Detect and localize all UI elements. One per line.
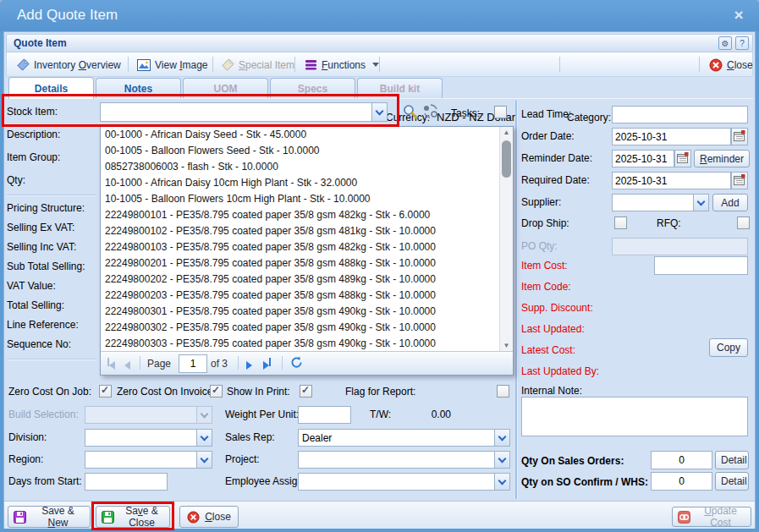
- pager-last-button[interactable]: [263, 358, 275, 368]
- region-combo[interactable]: [85, 451, 212, 469]
- page-of-label: of 3: [211, 358, 228, 370]
- item-cost-label: Item Cost:: [521, 260, 568, 271]
- qty-sales-orders-input[interactable]: [651, 451, 712, 469]
- save-and-new-button[interactable]: Save & New: [8, 506, 91, 528]
- employee-assigned-combo[interactable]: [298, 473, 510, 491]
- list-item[interactable]: 22249800101 - PE35/8.795 coated paper 35…: [101, 207, 499, 223]
- qty-so-confirm-input[interactable]: [651, 472, 712, 491]
- rfq-checkbox[interactable]: [737, 217, 750, 229]
- zero-cost-invoice-checkbox[interactable]: [210, 385, 223, 398]
- lead-time-input[interactable]: [612, 106, 748, 123]
- order-date-label: Order Date:: [521, 130, 575, 142]
- order-date-input[interactable]: [612, 128, 731, 145]
- combo-dropdown-button[interactable]: [371, 103, 387, 121]
- list-item[interactable]: 10-1005 - Balloon Flowers 10cm High Plan…: [101, 191, 499, 207]
- internal-note-textarea[interactable]: [521, 397, 748, 436]
- field-label: Stock Item:: [7, 101, 98, 123]
- inventory-overview-button[interactable]: Inventory Overview: [14, 56, 124, 74]
- list-item[interactable]: 10-1000 - African Daisy 10cm High Plant …: [101, 175, 499, 191]
- panel-title: Quote Item: [14, 37, 67, 49]
- save-and-close-button[interactable]: Save & Close: [96, 506, 170, 528]
- titlebar: Add Quote Item ×: [0, 0, 759, 31]
- list-item[interactable]: 22249800302 - PE35/8.795 coated paper 35…: [101, 320, 499, 336]
- advanced-lookup-icon[interactable]: [421, 103, 442, 121]
- calendar-icon[interactable]: [674, 150, 691, 167]
- functions-menu-button[interactable]: Functions: [301, 56, 382, 74]
- scroll-down-icon[interactable]: ▼: [500, 340, 513, 352]
- add-supplier-button[interactable]: Add: [712, 194, 748, 211]
- chevron-down-icon: [372, 63, 379, 67]
- last-updated-label: Last Updated:: [521, 323, 585, 335]
- scrollbar-thumb[interactable]: [502, 140, 511, 178]
- zero-cost-job-checkbox[interactable]: [99, 385, 112, 398]
- build-selection-label: Build Selection:: [8, 409, 79, 420]
- days-from-start-label: Days from Start:: [8, 475, 82, 487]
- gear-icon[interactable]: ⚙: [718, 36, 732, 50]
- chevron-down-icon: [494, 474, 509, 490]
- tab-notes[interactable]: Notes: [96, 78, 181, 98]
- division-combo[interactable]: [85, 429, 212, 447]
- pager-next-button[interactable]: [246, 358, 258, 368]
- list-item[interactable]: 22249800102 - PE35/8.795 coated paper 35…: [101, 223, 499, 239]
- supplier-combo[interactable]: [612, 194, 709, 211]
- field-label: Total Selling:: [7, 296, 98, 315]
- divider: [7, 359, 96, 360]
- show-in-print-checkbox[interactable]: [300, 385, 312, 398]
- days-from-start-input[interactable]: [85, 473, 168, 491]
- drop-ship-checkbox[interactable]: [614, 217, 627, 229]
- list-item[interactable]: 22249800301 - PE35/8.795 coated paper 35…: [101, 304, 499, 320]
- reminder-button[interactable]: Reminder: [694, 150, 750, 167]
- search-icon[interactable]: [402, 103, 419, 121]
- tasks-checkbox[interactable]: [494, 106, 507, 118]
- view-image-button[interactable]: View Image: [134, 56, 212, 74]
- stock-item-combo[interactable]: [100, 102, 388, 122]
- list-item[interactable]: 22249800201 - PE35/8.795 coated paper 35…: [101, 255, 499, 271]
- toolbar-separator: [699, 57, 700, 72]
- list-scrollbar[interactable]: ▲ ▼: [499, 127, 513, 352]
- field-label: Line Reference:: [7, 315, 98, 335]
- stock-item-dropdown-list: 00-1000 - African Daisy Seed - Stk - 45.…: [100, 126, 514, 376]
- field-label: Qty:: [7, 169, 98, 192]
- chevron-down-icon: [494, 430, 509, 446]
- drop-ship-label: Drop Ship:: [521, 217, 569, 229]
- list-item[interactable]: 22249800203 - PE35/8.795 coated paper 35…: [101, 288, 499, 304]
- refresh-icon[interactable]: [290, 356, 302, 366]
- chevron-down-icon: [196, 452, 212, 468]
- qty-sales-orders-label: Qty On Sales Orders:: [521, 455, 624, 467]
- page-input[interactable]: [179, 354, 207, 373]
- toolbar-close-button[interactable]: Close: [706, 56, 756, 74]
- qty-so-confirm-detail-button[interactable]: Detail: [715, 472, 749, 491]
- close-circle-icon: [187, 511, 200, 524]
- titlebar-close-icon[interactable]: ×: [729, 5, 749, 25]
- list-item[interactable]: 22249800103 - PE35/8.795 coated paper 35…: [101, 239, 499, 255]
- tab-uom: UOM: [183, 78, 268, 98]
- required-date-input[interactable]: [612, 172, 731, 189]
- calendar-icon[interactable]: [731, 128, 748, 145]
- help-icon[interactable]: ?: [735, 36, 749, 50]
- calendar-icon[interactable]: [731, 172, 748, 189]
- list-item[interactable]: 00-1000 - African Daisy Seed - Stk - 45.…: [101, 127, 499, 143]
- qty-sales-orders-detail-button[interactable]: Detail: [715, 451, 749, 469]
- supp-discount-label: Supp. Discount:: [521, 302, 593, 314]
- reminder-date-input[interactable]: [612, 150, 674, 167]
- close-button[interactable]: Close: [179, 506, 239, 528]
- quote-item-panel-header: Quote Item ⚙ ?: [6, 34, 753, 52]
- list-item[interactable]: 00-1005 - Balloon Flowers Seed - Stk - 1…: [101, 143, 499, 159]
- sales-rep-value: Dealer: [302, 432, 332, 444]
- pager-first-button: [107, 358, 119, 368]
- scroll-up-icon[interactable]: ▲: [500, 127, 513, 139]
- tab-details[interactable]: Details: [8, 77, 94, 99]
- weight-per-unit-input[interactable]: [298, 406, 351, 424]
- tag-icon: [17, 58, 30, 71]
- copy-button[interactable]: Copy: [709, 338, 748, 357]
- tasks-label: Tasks:: [451, 107, 480, 119]
- list-item[interactable]: 22249800202 - PE35/8.795 coated paper 35…: [101, 271, 499, 288]
- list-item[interactable]: 22249800303 - PE35/8.795 coated paper 35…: [101, 336, 499, 352]
- required-date-label: Required Date:: [521, 174, 590, 186]
- flag-for-report-checkbox[interactable]: [497, 385, 509, 398]
- project-combo[interactable]: [298, 451, 510, 469]
- item-cost-input[interactable]: [654, 256, 748, 275]
- sales-rep-combo[interactable]: Dealer: [298, 429, 510, 447]
- list-item[interactable]: 0852738006003 - flash - Stk - 10.0000: [101, 159, 499, 175]
- item-code-label: Item Code:: [521, 281, 571, 293]
